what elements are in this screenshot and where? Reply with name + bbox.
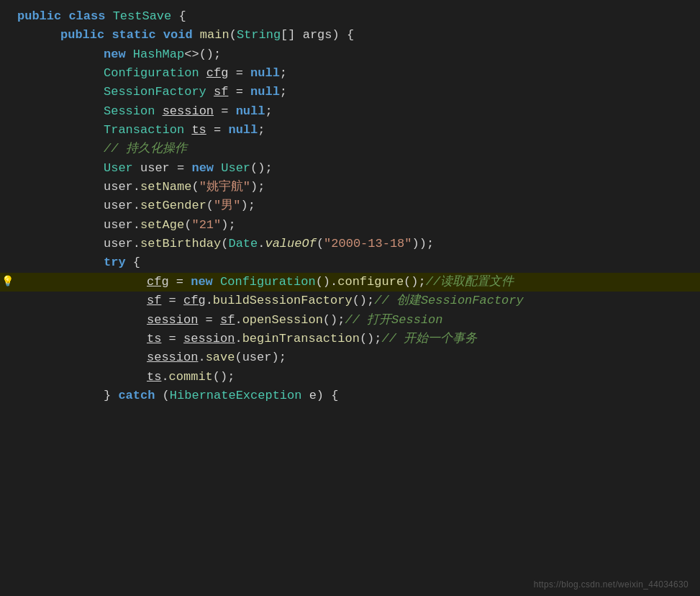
code-token: (). <box>316 275 338 289</box>
code-token: ts <box>147 370 161 384</box>
line-content-17: session = sf.openSession();// 打开Session <box>6 311 688 330</box>
code-line-15: 💡cfg = new Configuration().configure();/… <box>0 273 700 292</box>
code-token: user. <box>104 237 140 250</box>
code-token: HashMap <box>133 48 184 61</box>
code-token: . <box>235 332 242 346</box>
code-line-9: User user = new User(); <box>0 159 700 178</box>
code-editor: public class TestSave {public static voi… <box>0 0 700 596</box>
code-token: new <box>191 161 214 175</box>
code-token: configure <box>337 275 404 289</box>
code-line-10: user.setName("姚宇航"); <box>0 178 700 197</box>
code-token: user. <box>104 199 140 212</box>
code-token: <>(); <box>184 48 221 61</box>
line-content-10: user.setName("姚宇航"); <box>6 178 688 197</box>
line-content-12: user.setAge("21"); <box>6 216 688 235</box>
code-token: . <box>206 294 213 307</box>
line-content-14: try { <box>6 253 688 272</box>
code-token: e) { <box>301 389 338 402</box>
code-token: (); <box>360 332 382 346</box>
code-line-2: public static void main(String[] args) { <box>0 26 700 45</box>
code-token: cfg <box>183 294 206 307</box>
code-token: (); <box>323 313 345 327</box>
code-token: setAge <box>140 218 184 232</box>
code-token: ts <box>191 123 206 137</box>
code-token: sf <box>147 294 161 307</box>
code-token: ; <box>280 66 287 80</box>
code-token: cfg <box>147 275 169 289</box>
line-content-20: ts.commit(); <box>6 368 688 387</box>
code-token: // 创建SessionFactory <box>374 294 523 307</box>
code-token: setBirthday <box>140 237 221 250</box>
code-token: new <box>104 48 126 61</box>
code-line-17: session = sf.openSession();// 打开Session <box>0 311 700 330</box>
code-token <box>155 104 162 118</box>
code-token: Session <box>104 104 155 118</box>
bulb-icon: 💡 <box>0 274 14 290</box>
code-token: HibernateException <box>170 389 302 402</box>
code-token: valueOf <box>265 237 316 250</box>
code-token: ); <box>240 199 255 212</box>
code-token: = <box>228 66 250 80</box>
line-content-2: public static void main(String[] args) { <box>6 26 688 45</box>
code-token <box>213 275 220 289</box>
code-token: = <box>228 85 250 99</box>
code-token: (); <box>213 370 235 384</box>
code-token: ( <box>191 180 199 194</box>
line-content-5: SessionFactory sf = null; <box>6 83 688 101</box>
code-line-20: ts.commit(); <box>0 368 700 387</box>
code-token: //读取配置文件 <box>426 275 514 289</box>
code-token: ); <box>221 218 235 232</box>
code-token: user = <box>133 161 192 175</box>
code-token: // 开始一个事务 <box>381 332 477 346</box>
code-token: session <box>147 313 198 327</box>
code-token: = <box>214 104 236 118</box>
code-token: "2000-13-18" <box>324 237 412 250</box>
code-token: commit <box>169 370 213 384</box>
code-token: User <box>104 161 133 175</box>
code-token: } <box>104 389 118 402</box>
code-line-7: Transaction ts = null; <box>0 121 700 140</box>
line-content-19: session.save(user); <box>6 348 688 367</box>
code-token: sf <box>220 313 235 327</box>
code-token: Transaction <box>104 123 184 137</box>
code-token: public <box>17 9 61 23</box>
code-token <box>214 161 221 175</box>
code-token: = <box>206 123 229 137</box>
code-token: = <box>161 332 183 346</box>
code-line-11: user.setGender("男"); <box>0 197 700 215</box>
code-token: ); <box>250 180 265 194</box>
code-token: session <box>147 351 198 364</box>
code-token: { <box>171 9 186 23</box>
code-token: user. <box>104 218 140 232</box>
code-token: . <box>198 351 205 364</box>
code-token: TestSave <box>113 9 172 23</box>
code-line-1: public class TestSave { <box>0 7 700 26</box>
code-token <box>61 9 68 23</box>
code-token: ( <box>229 28 237 42</box>
code-line-14: try { <box>0 253 700 272</box>
line-content-6: Session session = null; <box>6 102 688 121</box>
code-token: )); <box>412 237 435 250</box>
code-token: null <box>236 104 265 118</box>
code-token: void <box>163 28 193 42</box>
code-token: String <box>237 28 281 42</box>
code-token: cfg <box>206 66 229 80</box>
code-token: = <box>169 275 191 289</box>
code-line-3: new HashMap<>(); <box>0 45 700 64</box>
code-token: beginTransaction <box>242 332 360 346</box>
code-line-19: session.save(user); <box>0 348 700 367</box>
code-token: . <box>161 370 168 384</box>
code-token: { <box>126 256 140 269</box>
code-line-6: Session session = null; <box>0 102 700 121</box>
code-token: ( <box>184 218 191 232</box>
code-token <box>206 85 214 99</box>
code-token: Configuration <box>220 275 316 289</box>
code-line-4: Configuration cfg = null; <box>0 64 700 83</box>
code-token: main <box>200 28 229 42</box>
code-token: catch <box>118 389 155 402</box>
code-token: SessionFactory <box>104 85 206 99</box>
code-token: null <box>250 85 280 99</box>
code-token: session <box>183 332 235 346</box>
code-token: sf <box>214 85 228 99</box>
code-token: [] args) { <box>281 28 354 42</box>
